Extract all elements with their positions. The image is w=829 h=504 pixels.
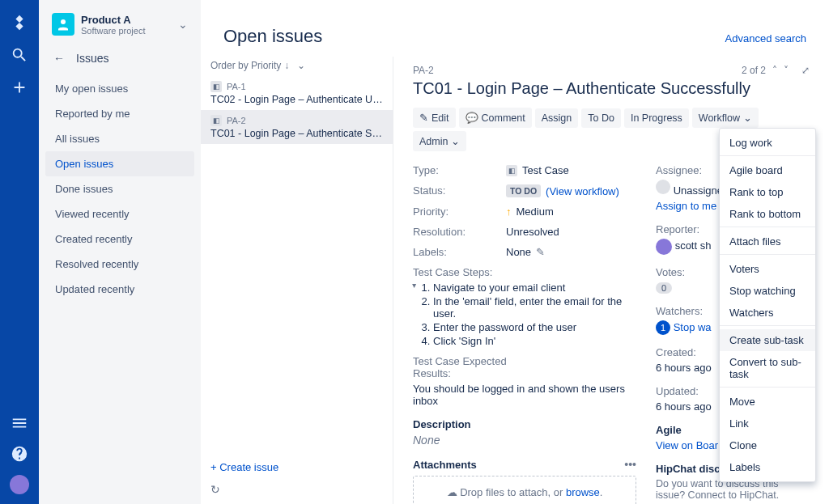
menu-item[interactable]: Watchers: [720, 302, 815, 326]
back-label: Issues: [76, 52, 108, 65]
sidebar-filter-item[interactable]: All issues: [45, 126, 194, 151]
type-label: Type:: [413, 164, 506, 176]
menu-item[interactable]: Agile board: [720, 159, 815, 181]
prev-issue-icon[interactable]: ˄: [772, 65, 777, 76]
order-by[interactable]: Order by Priority ↓ ⌄: [201, 57, 393, 76]
svg-point-0: [61, 19, 66, 24]
issue-key: PA-2: [227, 116, 246, 125]
menu-item[interactable]: Rank to bottom: [720, 203, 815, 227]
sidebar-filter-item[interactable]: Done issues: [45, 176, 194, 201]
project-header[interactable]: Product A Software project ⌄: [45, 13, 194, 49]
test-step: Click 'Sign In': [433, 335, 636, 347]
comment-button[interactable]: 💬Comment: [459, 108, 532, 128]
menu-item[interactable]: Rank to top: [720, 181, 815, 203]
sidebar-filter-item[interactable]: My open issues: [45, 76, 194, 101]
status-label: Status:: [413, 184, 506, 197]
expected-value: You should be logged in and shown the us…: [413, 383, 636, 407]
filter-nav: My open issuesReported by meAll issuesOp…: [45, 76, 194, 302]
type-value: Test Case: [522, 164, 569, 176]
labels-value: None: [506, 246, 531, 258]
todo-button[interactable]: To Do: [581, 108, 621, 128]
test-step: In the 'email' field, enter the email fo…: [433, 295, 636, 320]
testcase-icon: ◧: [210, 81, 222, 92]
menu-item[interactable]: Create sub-task: [720, 329, 815, 351]
sidebar-filter-item[interactable]: Viewed recently: [45, 201, 194, 227]
sidebar-filter-item[interactable]: Created recently: [45, 227, 194, 252]
inprogress-button[interactable]: In Progress: [624, 108, 689, 128]
menu-item[interactable]: Log work: [720, 132, 815, 156]
menu-item[interactable]: Voters: [720, 258, 815, 280]
collapse-icon[interactable]: ▸: [410, 284, 419, 288]
expand-icon[interactable]: ⤢: [801, 65, 810, 76]
test-step: Navigate to your email client: [433, 282, 636, 294]
pager-text: 2 of 2: [742, 65, 766, 76]
unassigned-avatar-icon: [656, 180, 670, 194]
back-to-issues[interactable]: ← Issues: [45, 49, 194, 68]
attachments-label: Attachments: [413, 459, 477, 471]
edit-labels-icon[interactable]: ✎: [536, 246, 545, 258]
cloud-upload-icon: ☁: [447, 486, 457, 498]
votes-count: 0: [656, 282, 672, 294]
global-nav: [0, 0, 39, 504]
issue-key[interactable]: PA-2: [413, 65, 434, 76]
menu-item[interactable]: Link: [720, 413, 815, 434]
attachments-more-icon[interactable]: •••: [624, 458, 636, 471]
priority-value: Medium: [517, 205, 554, 218]
jira-icon[interactable]: [10, 13, 29, 32]
status-badge: TO DO: [506, 184, 541, 197]
test-step: Enter the password of the user: [433, 321, 636, 333]
chevron-down-icon: ⌄: [451, 135, 460, 147]
search-icon[interactable]: [10, 45, 29, 65]
sidebar-filter-item[interactable]: Updated recently: [45, 277, 194, 302]
create-issue-button[interactable]: + Create issue: [201, 451, 393, 483]
page-title: Open issues: [223, 26, 322, 47]
comment-icon: 💬: [466, 112, 478, 124]
chevron-down-icon: ⌄: [297, 60, 305, 71]
resolution-label: Resolution:: [413, 226, 506, 238]
chevron-down-icon[interactable]: ⌄: [178, 18, 188, 31]
menu-item[interactable]: Labels: [720, 456, 815, 478]
order-label: Order by Priority: [210, 60, 281, 71]
menu-item[interactable]: Attach files: [720, 231, 815, 255]
expected-label: Test Case Expected Results:: [413, 355, 518, 379]
issue-list: Order by Priority ↓ ⌄ ◧PA-1TC02 - Login …: [201, 57, 393, 504]
issue-list-item[interactable]: ◧PA-2TC01 - Login Page – Authenticate Su…: [201, 110, 393, 144]
sidebar-filter-item[interactable]: Reported by me: [45, 101, 194, 126]
edit-button[interactable]: ✎Edit: [413, 108, 456, 128]
menu-icon[interactable]: [10, 413, 29, 433]
menu-item[interactable]: Move: [720, 391, 815, 413]
advanced-search-link[interactable]: Advanced search: [725, 32, 806, 44]
sidebar-filter-item[interactable]: Resolved recently: [45, 252, 194, 277]
view-workflow-link[interactable]: (View workflow): [546, 185, 619, 197]
stop-watching-link[interactable]: Stop wa: [674, 321, 712, 333]
pencil-icon: ✎: [419, 112, 428, 124]
testcase-icon: ◧: [506, 165, 517, 176]
issue-list-item[interactable]: ◧PA-1TC02 - Login Page – Authenticate Un…: [201, 76, 393, 110]
project-type: Software project: [81, 26, 172, 36]
resolution-value: Unresolved: [506, 226, 636, 238]
assign-button[interactable]: Assign: [535, 108, 579, 128]
menu-item[interactable]: Convert to sub-task: [720, 351, 815, 388]
more-actions-menu: Log workAgile boardRank to topRank to bo…: [719, 128, 816, 482]
next-issue-icon[interactable]: ˅: [784, 65, 789, 76]
plus-icon[interactable]: [10, 78, 29, 97]
menu-item[interactable]: Clone: [720, 434, 815, 456]
issue-summary: TC02 - Login Page – Authenticate Un-Succ…: [210, 94, 383, 105]
drop-text: Drop files to attach, or: [460, 486, 566, 498]
user-avatar[interactable]: [10, 475, 29, 494]
test-steps: Navigate to your email clientIn the 'ema…: [420, 282, 636, 349]
menu-item[interactable]: Stop watching: [720, 280, 815, 302]
reporter-avatar: [656, 239, 672, 255]
admin-button[interactable]: Admin ⌄: [413, 131, 466, 151]
browse-link[interactable]: browse: [566, 486, 600, 498]
sidebar-filter-item[interactable]: Open issues: [45, 151, 194, 176]
description-label: Description: [413, 418, 636, 430]
help-icon[interactable]: [10, 444, 29, 464]
pager: 2 of 2 ˄ ˅ ⤢: [742, 65, 810, 76]
attachments-dropzone[interactable]: ☁ Drop files to attach, or browse.: [413, 476, 636, 504]
issue-detail: PA-2 2 of 2 ˄ ˅ ⤢ TC01 - Login Page – Au…: [393, 57, 829, 504]
workflow-button[interactable]: Workflow ⌄: [692, 108, 759, 128]
description-value[interactable]: None: [413, 434, 636, 447]
refresh-icon[interactable]: ↻: [201, 483, 393, 504]
chevron-down-icon: ⌄: [743, 112, 752, 124]
